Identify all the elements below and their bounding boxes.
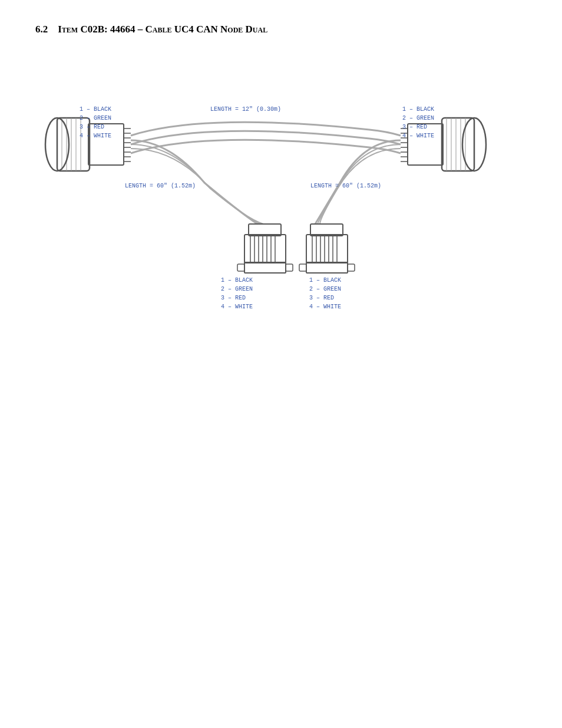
bottom-left-label-2: 2 – GREEN [221, 285, 253, 294]
cable-diagram-svg [39, 53, 523, 301]
svg-rect-54 [299, 264, 306, 271]
section-number: 6.2 [35, 24, 48, 35]
bottom-right-label-1: 1 – BLACK [309, 276, 341, 285]
length-right-label: LENGTH = 60" (1.52m) [310, 182, 381, 190]
svg-rect-53 [306, 262, 348, 273]
bottom-right-label-4: 4 – WHITE [309, 302, 341, 311]
left-label-2: 2 – GREEN [80, 114, 111, 123]
bottom-left-label-3: 3 – RED [221, 294, 253, 302]
bottom-left-connector-labels: 1 – BLACK 2 – GREEN 3 – RED 4 – WHITE [221, 276, 253, 311]
svg-rect-55 [348, 264, 355, 271]
svg-rect-42 [237, 264, 244, 271]
section-heading: Item C02B: 44664 – Cable UC4 CAN Node Du… [58, 24, 267, 35]
svg-rect-41 [244, 262, 286, 273]
bottom-right-label-2: 2 – GREEN [309, 285, 341, 294]
left-label-3: 3 – RED [80, 123, 111, 131]
bottom-left-label-4: 4 – WHITE [221, 302, 253, 311]
bottom-right-label-3: 3 – RED [309, 294, 341, 302]
bottom-right-connector-labels: 1 – BLACK 2 – GREEN 3 – RED 4 – WHITE [309, 276, 341, 311]
left-label-4: 4 – WHITE [80, 131, 111, 140]
right-label-4: 4 – WHITE [402, 131, 434, 140]
length-top-label: LENGTH = 12" (0.30m) [210, 105, 281, 114]
right-connector-labels: 1 – BLACK 2 – GREEN 3 – RED 4 – WHITE [402, 105, 434, 140]
left-connector-labels: 1 – BLACK 2 – GREEN 3 – RED 4 – WHITE [80, 105, 111, 140]
bottom-left-label-1: 1 – BLACK [221, 276, 253, 285]
right-label-2: 2 – GREEN [402, 114, 434, 123]
diagram-container: LENGTH = 12" (0.30m) 1 – BLACK 2 – GREEN… [39, 53, 523, 301]
length-left-label: LENGTH = 60" (1.52m) [125, 182, 196, 190]
right-label-1: 1 – BLACK [402, 105, 434, 114]
svg-rect-43 [286, 264, 293, 271]
right-label-3: 3 – RED [402, 123, 434, 131]
page: 6.2 Item C02B: 44664 – Cable UC4 CAN Nod… [0, 0, 562, 728]
section-title: 6.2 Item C02B: 44664 – Cable UC4 CAN Nod… [35, 24, 527, 35]
left-label-1: 1 – BLACK [80, 105, 111, 114]
